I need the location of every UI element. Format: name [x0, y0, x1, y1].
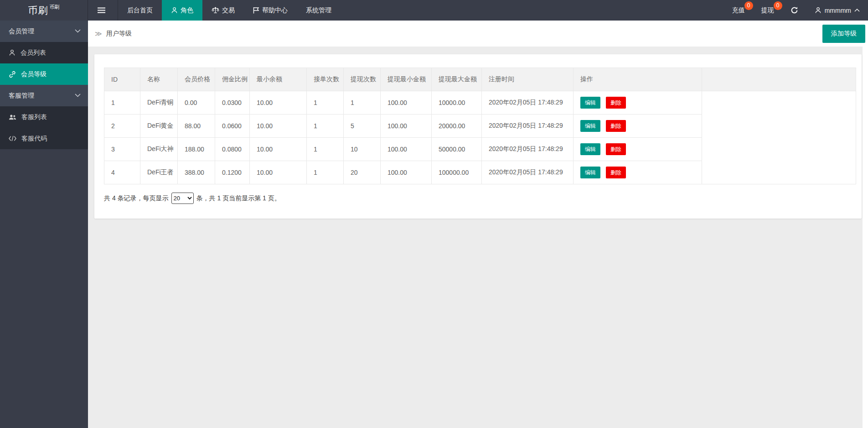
person-icon — [9, 49, 16, 56]
cell-withdraw-max: 20000.00 — [432, 115, 482, 138]
sidebar-item-label: 会员列表 — [21, 49, 46, 57]
cell-order-count: 1 — [307, 138, 344, 161]
sidebar-group-service-management[interactable]: 客服管理 — [0, 85, 88, 106]
cell-min-balance: 10.00 — [250, 91, 307, 115]
sidebar-item-label: 客服代码 — [21, 135, 47, 143]
add-level-button[interactable]: 添加等级 — [822, 25, 865, 43]
cell-order-count: 1 — [307, 161, 344, 184]
sidebar-item-service-code[interactable]: 客服代码 — [0, 128, 88, 149]
sidebar-toggle-button[interactable] — [88, 0, 118, 21]
table-card: ID 名称 会员价格 佣金比例 最小余额 接单次数 提现次数 提现最小金额 提现… — [94, 54, 862, 219]
withdraw-badge: 0 — [774, 1, 782, 10]
cell-price: 388.00 — [178, 161, 215, 184]
pagination-summary-prefix: 共 4 条记录，每页显示 — [104, 194, 169, 203]
cell-actions: 编辑 删除 — [574, 115, 702, 138]
sidebar-item-label: 客服列表 — [21, 113, 47, 121]
cell-withdraw-max: 10000.00 — [432, 91, 482, 115]
refresh-button[interactable] — [782, 0, 806, 21]
cell-actions: 编辑 删除 — [574, 91, 702, 115]
sidebar-group-member-management[interactable]: 会员管理 — [0, 21, 88, 42]
nav-item-label: 后台首页 — [127, 6, 153, 15]
nav-item-label: 角色 — [181, 6, 193, 15]
delete-button[interactable]: 删除 — [606, 120, 626, 132]
col-header-created: 注册时间 — [482, 68, 574, 91]
levels-table: ID 名称 会员价格 佣金比例 最小余额 接单次数 提现次数 提现最小金额 提现… — [104, 68, 856, 184]
table-row: 1 DeFi青铜 0.00 0.0300 10.00 1 1 100.00 10… — [104, 91, 856, 115]
cell-min-balance: 10.00 — [250, 115, 307, 138]
edit-button[interactable]: 编辑 — [580, 143, 600, 155]
sidebar-group-label: 会员管理 — [9, 27, 34, 36]
nav-item-recharge[interactable]: 充值 0 — [724, 0, 753, 21]
cell-withdraw-count: 20 — [344, 161, 381, 184]
cell-name: DeFi大神 — [140, 138, 178, 161]
user-icon — [815, 7, 822, 14]
nav-item-trade[interactable]: 交易 — [202, 0, 244, 21]
top-navbar: 币刷 币刷 后台首页 角色 交易 帮助中心 系统管理 充值 0 — [0, 0, 868, 21]
cell-rate: 0.0600 — [215, 115, 250, 138]
nav-item-system-management[interactable]: 系统管理 — [297, 0, 341, 21]
sidebar-item-member-list[interactable]: 会员列表 — [0, 42, 88, 63]
col-header-min-balance: 最小余额 — [250, 68, 307, 91]
cell-actions: 编辑 删除 — [574, 161, 702, 184]
table-header-row: ID 名称 会员价格 佣金比例 最小余额 接单次数 提现次数 提现最小金额 提现… — [104, 68, 856, 91]
recharge-label: 充值 — [732, 6, 745, 15]
user-menu[interactable]: mmmmm — [806, 0, 868, 21]
delete-button[interactable]: 删除 — [606, 97, 626, 109]
logo-text: 币刷 — [28, 4, 48, 17]
content-area: ID 名称 会员价格 佣金比例 最小余额 接单次数 提现次数 提现最小金额 提现… — [88, 47, 863, 428]
cell-withdraw-min: 100.00 — [381, 161, 432, 184]
cell-created: 2020年02月05日 17:48:29 — [482, 115, 574, 138]
col-header-withdraw-count: 提现次数 — [344, 68, 381, 91]
navbar-right-group: 充值 0 提现 0 mmmmm — [724, 0, 868, 21]
cell-rate: 0.0800 — [215, 138, 250, 161]
delete-button[interactable]: 删除 — [606, 143, 626, 155]
person-icon — [171, 7, 178, 14]
chevron-up-icon — [854, 9, 860, 12]
cell-withdraw-max: 50000.00 — [432, 138, 482, 161]
cell-withdraw-min: 100.00 — [381, 91, 432, 115]
withdraw-label: 提现 — [761, 6, 774, 15]
page-size-select[interactable]: 20 — [171, 193, 194, 204]
scales-icon — [212, 7, 219, 14]
cell-withdraw-count: 10 — [344, 138, 381, 161]
cell-rate: 0.1200 — [215, 161, 250, 184]
app-logo[interactable]: 币刷 币刷 — [0, 0, 88, 21]
col-header-withdraw-min: 提现最小金额 — [381, 68, 432, 91]
nav-item-roles[interactable]: 角色 — [162, 0, 202, 21]
sidebar-item-member-level[interactable]: 会员等级 — [0, 63, 88, 85]
hamburger-icon — [98, 7, 105, 13]
pagination-bar: 共 4 条记录，每页显示 20 条，共 1 页当前显示第 1 页。 — [104, 193, 856, 204]
page-title: 用户等级 — [106, 30, 132, 38]
nav-item-dashboard[interactable]: 后台首页 — [118, 0, 162, 21]
delete-button[interactable]: 删除 — [606, 167, 626, 178]
link-icon — [9, 71, 16, 78]
recharge-badge: 0 — [744, 1, 753, 10]
col-header-price: 会员价格 — [178, 68, 215, 91]
breadcrumb-bar: ≫ 用户等级 添加等级 — [88, 21, 868, 47]
cell-withdraw-max: 100000.00 — [432, 161, 482, 184]
nav-item-withdraw[interactable]: 提现 0 — [753, 0, 782, 21]
cell-created: 2020年02月05日 17:48:29 — [482, 161, 574, 184]
cell-min-balance: 10.00 — [250, 161, 307, 184]
cell-rate: 0.0300 — [215, 91, 250, 115]
users-icon — [9, 114, 16, 120]
user-name: mmmmm — [825, 7, 851, 14]
chevron-down-icon — [75, 94, 81, 97]
cell-name: DeFi青铜 — [140, 91, 178, 115]
edit-button[interactable]: 编辑 — [580, 167, 600, 178]
sidebar-item-label: 会员等级 — [21, 70, 46, 78]
flag-icon — [253, 7, 259, 14]
cell-created: 2020年02月05日 17:48:29 — [482, 91, 574, 115]
edit-button[interactable]: 编辑 — [580, 120, 600, 132]
col-header-withdraw-max: 提现最大金额 — [432, 68, 482, 91]
nav-item-help-center[interactable]: 帮助中心 — [244, 0, 297, 21]
cell-withdraw-min: 100.00 — [381, 138, 432, 161]
cell-id: 3 — [104, 138, 140, 161]
sidebar-item-service-list[interactable]: 客服列表 — [0, 106, 88, 128]
nav-item-label: 系统管理 — [306, 6, 331, 15]
edit-button[interactable]: 编辑 — [580, 97, 600, 109]
cell-withdraw-count: 1 — [344, 91, 381, 115]
cell-price: 0.00 — [178, 91, 215, 115]
col-header-rate: 佣金比例 — [215, 68, 250, 91]
cell-order-count: 1 — [307, 91, 344, 115]
